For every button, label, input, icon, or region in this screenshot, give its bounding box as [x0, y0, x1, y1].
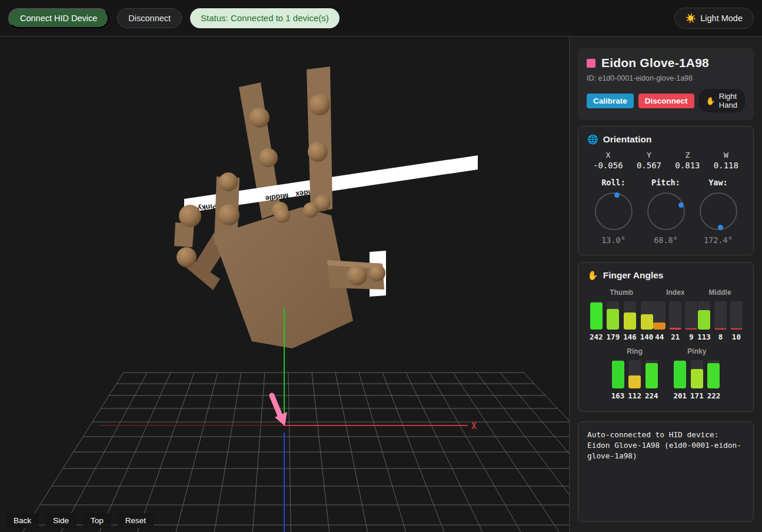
light-mode-toggle[interactable]: ☀️ Light Mode	[674, 8, 754, 29]
rpy-dials: Roll:13.0°Pitch:68.8°Yaw:172.4°	[587, 178, 744, 247]
angle-bar-track	[624, 301, 636, 330]
finger-bars: 163112224	[611, 360, 658, 400]
device-card: Eidon Glove-1A98 ID: e1d0-0001-eidon-glo…	[578, 48, 754, 120]
knuckle-sphere	[259, 148, 278, 167]
finger-angle-row: Ring163112224Pinky201171222	[587, 347, 744, 404]
orientation-title: Orientation	[603, 134, 652, 145]
angle-value: 171	[690, 391, 704, 400]
angle-bar-fill	[653, 322, 665, 330]
angle-value: 21	[671, 332, 680, 341]
angle-bar: 21	[669, 301, 681, 341]
orientation-arrow	[272, 395, 281, 418]
raised-hand-icon: ✋	[587, 270, 598, 281]
dial-label: Yaw:	[708, 178, 728, 187]
angle-bar-track	[691, 360, 703, 388]
knuckle-sphere	[308, 142, 328, 162]
quaternion-axis-x: X-0.056	[593, 151, 623, 170]
angle-bar: 179	[607, 301, 620, 341]
connect-hid-device-button[interactable]: Connect HID Device	[8, 8, 109, 28]
finger-group-label: Pinky	[687, 347, 706, 355]
quaternion-axis-y: Y0.567	[637, 151, 661, 170]
angle-bar: 242	[590, 301, 603, 341]
angle-bar-fill	[707, 363, 720, 388]
floor-grid	[23, 373, 569, 532]
angle-value: 179	[607, 332, 620, 341]
finger-group-thumb: Thumb242179146140	[590, 288, 653, 341]
orientation-card: 🌐 Orientation X-0.056Y0.567Z0.813W0.118 …	[578, 126, 754, 255]
dial-dot	[614, 192, 620, 198]
knuckle-sphere	[218, 204, 239, 225]
device-id: ID: e1d0-0001-eidon-glove-1a98	[587, 74, 745, 82]
finger-group-pinky: Pinky201171222	[674, 347, 721, 400]
angle-bar-fill	[730, 328, 743, 330]
hand-side-label: Right Hand	[719, 92, 738, 109]
device-color-swatch	[587, 59, 595, 68]
hand-icon: ✋	[706, 97, 716, 105]
calibrate-button[interactable]: Calibrate	[587, 94, 634, 108]
finger-group-label: Ring	[627, 347, 643, 355]
light-mode-label: Light Mode	[700, 14, 743, 23]
dial-degrees: 68.8°	[654, 235, 678, 245]
finger-bars: 201171222	[674, 360, 721, 400]
angle-value: 10	[732, 332, 741, 341]
angle-value: 224	[645, 391, 658, 400]
finger-angles-title: Finger Angles	[603, 270, 664, 281]
connection-status-badge: Status: Connected to 1 device(s)	[190, 8, 340, 28]
angle-bar-fill	[607, 309, 619, 330]
finger-angle-groups: Thumb242179146140Index44219Middle113810R…	[587, 288, 744, 404]
angle-bar-track	[698, 301, 710, 330]
angle-value: 146	[623, 332, 637, 341]
angle-bar: 146	[623, 301, 637, 341]
hand-model: PinkyMiddleIndex	[174, 66, 478, 348]
knuckle-sphere	[369, 265, 385, 281]
finger-group-label: Middle	[709, 288, 731, 297]
quat-value: -0.056	[593, 161, 623, 170]
finger-angle-row: Thumb242179146140Index44219Middle113810	[587, 288, 744, 341]
angle-bar-track	[653, 301, 665, 330]
finger-bars: 44219	[653, 301, 697, 341]
dial-dot	[718, 225, 723, 230]
device-panel: Eidon Glove-1A98 ID: e1d0-0001-eidon-glo…	[570, 36, 762, 532]
x-axis-label: X	[471, 421, 477, 431]
angle-bar-fill	[590, 302, 603, 330]
angle-bar-track	[714, 301, 727, 330]
dial-label: Pitch:	[651, 178, 680, 187]
angle-bar: 224	[645, 360, 658, 400]
disconnect-device-button[interactable]: Disconnect	[638, 94, 694, 108]
knuckle-sphere	[347, 265, 367, 285]
finger-group-index: Index44219	[653, 288, 697, 341]
finger-group-ring: Ring163112224	[611, 347, 658, 400]
view-side-button[interactable]: Side	[45, 513, 76, 528]
angle-bar: 112	[628, 360, 641, 400]
angle-value: 222	[707, 391, 721, 400]
finger-group-label: Thumb	[610, 288, 633, 297]
dial-circle	[647, 192, 685, 230]
event-log[interactable]: Auto-connected to HID device: Eidon Glov…	[578, 421, 754, 522]
angle-bar: 140	[640, 301, 654, 341]
angle-bar: 113	[697, 301, 711, 341]
angle-bar-fill	[641, 314, 653, 330]
top-toolbar: Connect HID Device Disconnect Status: Co…	[0, 0, 762, 36]
angle-value: 113	[697, 332, 711, 341]
angle-bar: 163	[611, 360, 625, 400]
hand-3d-scene[interactable]: XPinkyMiddleIndex	[0, 36, 569, 532]
angle-value: 163	[611, 391, 625, 400]
angle-bar-fill	[685, 328, 697, 330]
disconnect-all-button[interactable]: Disconnect	[117, 8, 182, 28]
dial-roll: Roll:13.0°	[589, 178, 638, 245]
angle-bar: 8	[714, 301, 727, 341]
view-reset-button[interactable]: Reset	[118, 513, 154, 528]
quaternion-readout: X-0.056Y0.567Z0.813W0.118	[587, 151, 744, 170]
view-top-button[interactable]: Top	[83, 513, 111, 528]
view-back-button[interactable]: Back	[6, 513, 39, 528]
angle-bar: 171	[690, 360, 704, 400]
angle-bar-track	[669, 301, 681, 330]
angle-value: 9	[689, 332, 694, 341]
dial-dot	[678, 202, 684, 208]
angle-bar: 222	[707, 360, 721, 400]
dial-label: Roll:	[601, 178, 625, 187]
3d-viewport[interactable]: XPinkyMiddleIndex BackSideTopReset	[0, 36, 570, 532]
angle-bar-fill	[691, 369, 703, 388]
angle-bar-track	[674, 360, 686, 388]
dial-circle	[595, 192, 633, 230]
